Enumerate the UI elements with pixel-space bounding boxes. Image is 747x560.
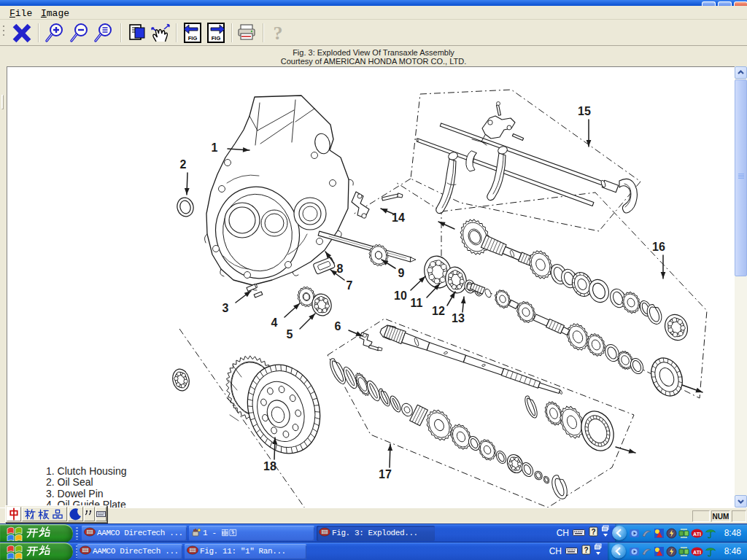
zoom-in-button[interactable] xyxy=(44,22,66,44)
part-label-5: 5 xyxy=(287,328,293,341)
part-label-10: 10 xyxy=(394,289,407,302)
ati-icon[interactable]: ATI xyxy=(691,546,703,559)
toolbar-gripper[interactable] xyxy=(3,24,6,40)
part-label-1: 1 xyxy=(212,141,218,154)
part-label-17: 17 xyxy=(379,468,392,481)
media-player-icon[interactable] xyxy=(629,546,640,560)
menu-image[interactable]: Image xyxy=(41,8,69,19)
screen: FileImage FIG FIG ? Fig. 3: Exploded Vie… xyxy=(0,0,747,560)
parts-list-line: 2. Oil Seal xyxy=(46,476,93,488)
shift-fork-bolt xyxy=(360,332,382,351)
svg-text:?: ? xyxy=(274,23,283,44)
scroll-down-button[interactable] xyxy=(735,495,747,508)
ime-moon-button[interactable] xyxy=(68,507,83,521)
next-figure-button[interactable]: FIG xyxy=(205,22,227,44)
help-button[interactable]: ? xyxy=(267,22,289,44)
taskbar-task[interactable]: 1 - xyxy=(189,526,314,541)
clock: 8:46 xyxy=(724,546,741,556)
task-label: 1 - xyxy=(203,526,237,540)
ime-punctuation-button[interactable] xyxy=(84,507,95,521)
keyboard-icon[interactable] xyxy=(565,545,578,558)
start-button-label xyxy=(26,544,51,558)
zoom-out-button[interactable] xyxy=(69,22,90,44)
taskbar-divider[interactable] xyxy=(76,527,78,540)
ime-lang-button[interactable] xyxy=(7,507,21,521)
pan-button[interactable] xyxy=(150,22,171,44)
zoom-page-button[interactable] xyxy=(93,22,115,44)
network-icon[interactable] xyxy=(678,546,689,560)
status-panel-scrl xyxy=(732,510,746,522)
ime-help-icon[interactable]: ? xyxy=(581,545,591,558)
swoosh-icon[interactable] xyxy=(641,546,652,560)
start-button[interactable] xyxy=(0,542,73,560)
figure-canvas[interactable]: 1234567891011121314151617181. Clutch Hou… xyxy=(7,66,735,508)
ime-name-button[interactable] xyxy=(22,507,67,521)
start-button-label xyxy=(26,526,51,540)
graphics-utility-icon[interactable] xyxy=(654,528,665,542)
status-bar: NUM xyxy=(0,508,747,524)
svg-text:?: ? xyxy=(584,546,588,554)
window-title-bar[interactable] xyxy=(0,0,747,6)
taskbar-task[interactable]: AAMCO DirecTech ... xyxy=(77,544,182,559)
power-icon[interactable] xyxy=(666,528,677,542)
previous-figure-button[interactable]: FIG xyxy=(182,22,204,44)
copy-button[interactable] xyxy=(126,22,148,44)
power-icon[interactable] xyxy=(666,546,677,560)
tray-icons: ATI xyxy=(629,545,716,560)
taskbar-task[interactable]: Fig. 11: "1" Ran... xyxy=(185,544,306,559)
toolbar-separator xyxy=(120,23,122,42)
language-indicator[interactable]: CH xyxy=(557,528,569,538)
part-label-4: 4 xyxy=(271,316,278,329)
exploded-view-drawing: 1234567891011121314151617181. Clutch Hou… xyxy=(7,67,735,508)
svg-text:ATI: ATI xyxy=(693,532,701,537)
vertical-scrollbar[interactable] xyxy=(735,66,747,508)
taskbar-task[interactable]: AAMCO DirecTech ... xyxy=(82,526,187,541)
taskbar-local: AAMCO DirecTech ...Fig. 11: "1" Ran...AT… xyxy=(0,542,747,560)
language-indicator[interactable]: CH xyxy=(549,546,562,556)
part-label-18: 18 xyxy=(263,460,276,472)
close-figure-button[interactable] xyxy=(11,22,33,44)
differential-assembly xyxy=(171,349,331,462)
ati-icon[interactable]: ATI xyxy=(691,528,703,541)
aamco-icon xyxy=(319,527,330,539)
toolbar-options-icon[interactable] xyxy=(602,525,609,541)
antivirus-umbrella-icon[interactable] xyxy=(705,545,716,560)
hide-icons-chevron[interactable] xyxy=(611,544,626,559)
status-panel-cap xyxy=(692,510,710,522)
taskbar-task[interactable]: Fig. 3: Exploded... xyxy=(317,526,435,541)
task-label: Fig. 11: "1" Ran... xyxy=(200,544,286,559)
idler-shaft xyxy=(318,231,416,262)
ime-language-bar[interactable] xyxy=(5,505,107,523)
menu-file[interactable]: File xyxy=(9,8,32,19)
antivirus-umbrella-icon[interactable] xyxy=(705,527,716,542)
caption-gripper[interactable] xyxy=(1,95,4,109)
part-label-7: 7 xyxy=(347,279,353,292)
media-player-icon[interactable] xyxy=(629,528,640,542)
part-label-9: 9 xyxy=(398,267,405,279)
ime-help-icon[interactable]: ? xyxy=(589,526,598,540)
guide-plate-and-bearing xyxy=(295,285,333,318)
keyboard-icon[interactable] xyxy=(573,526,585,540)
network-icon[interactable] xyxy=(678,528,689,542)
ime-keyboard-button[interactable] xyxy=(96,507,107,521)
print-button[interactable] xyxy=(236,22,258,44)
windows-flag-icon xyxy=(6,543,23,559)
svg-text:?: ? xyxy=(591,528,595,536)
part-label-16: 16 xyxy=(652,241,665,253)
aamco-icon xyxy=(84,527,96,539)
start-button[interactable] xyxy=(0,524,73,542)
toolbar-separator xyxy=(263,23,264,42)
figure-title: Fig. 3: Exploded View Of Transaxle Assem… xyxy=(0,48,747,57)
toolbar-separator xyxy=(231,23,233,42)
part-label-15: 15 xyxy=(578,105,591,117)
swoosh-icon[interactable] xyxy=(641,528,652,542)
toolbar-options-icon[interactable] xyxy=(595,543,602,559)
scrollbar-thumb[interactable] xyxy=(735,79,747,276)
part-label-11: 11 xyxy=(411,297,423,309)
shift-fork-assembly xyxy=(416,102,637,214)
graphics-utility-icon[interactable] xyxy=(654,546,665,560)
hide-icons-chevron[interactable] xyxy=(612,526,627,540)
tray-icons: ATI xyxy=(629,527,716,542)
dowel-pins xyxy=(247,284,263,298)
scroll-up-button[interactable] xyxy=(735,66,747,79)
